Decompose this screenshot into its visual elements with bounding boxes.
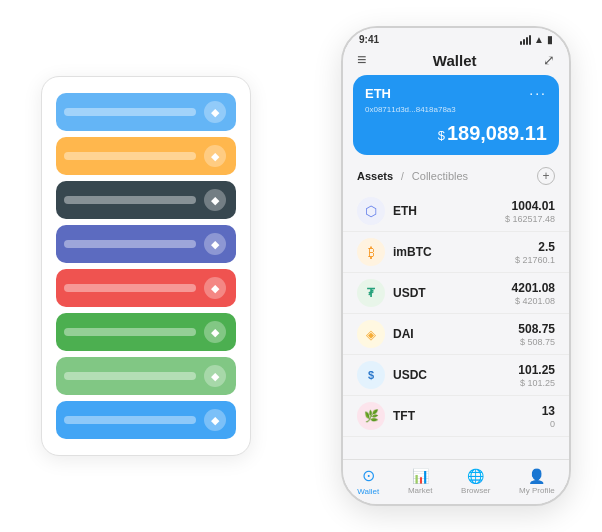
dai-values: 508.75 $ 508.75 <box>518 322 555 347</box>
imbtc-values: 2.5 $ 21760.1 <box>515 240 555 265</box>
eth-card-top: ETH ··· <box>365 85 547 101</box>
card-line <box>64 240 196 248</box>
stack-card-6[interactable]: ◆ <box>56 313 236 351</box>
dai-name: DAI <box>393 327 518 341</box>
card-icon-8: ◆ <box>204 409 226 431</box>
add-asset-button[interactable]: + <box>537 167 555 185</box>
eth-logo: ⬡ <box>357 197 385 225</box>
card-line <box>64 416 196 424</box>
wifi-icon: ▲ <box>534 34 544 45</box>
usdt-values: 4201.08 $ 4201.08 <box>512 281 555 306</box>
eth-values: 1004.01 $ 162517.48 <box>505 199 555 224</box>
eth-symbol: ETH <box>365 86 391 101</box>
phone-header: ≡ Wallet ⤢ <box>343 47 569 75</box>
usdc-name: USDC <box>393 368 518 382</box>
stack-card-4[interactable]: ◆ <box>56 225 236 263</box>
tft-amount: 13 <box>542 404 555 418</box>
tft-name: TFT <box>393 409 542 423</box>
usdc-values: 101.25 $ 101.25 <box>518 363 555 388</box>
list-item[interactable]: 🌿 TFT 13 0 <box>343 396 569 437</box>
imbtc-name: imBTC <box>393 245 515 259</box>
tab-divider: / <box>401 171 404 182</box>
battery-icon: ▮ <box>547 34 553 45</box>
balance-amount: 189,089.11 <box>447 122 547 144</box>
list-item[interactable]: ₿ imBTC 2.5 $ 21760.1 <box>343 232 569 273</box>
card-icon-7: ◆ <box>204 365 226 387</box>
stack-card-3[interactable]: ◆ <box>56 181 236 219</box>
signal-icon <box>520 35 531 45</box>
stack-card-7[interactable]: ◆ <box>56 357 236 395</box>
card-line <box>64 152 196 160</box>
list-item[interactable]: $ USDC 101.25 $ 101.25 <box>343 355 569 396</box>
nav-market[interactable]: 📊 Market <box>408 468 432 495</box>
assets-header: Assets / Collectibles + <box>343 163 569 191</box>
imbtc-usd: $ 21760.1 <box>515 255 555 265</box>
imbtc-amount: 2.5 <box>515 240 555 254</box>
eth-balance: $189,089.11 <box>365 122 547 145</box>
usdt-logo: ₮ <box>357 279 385 307</box>
card-icon-4: ◆ <box>204 233 226 255</box>
menu-icon[interactable]: ≡ <box>357 51 366 69</box>
bottom-nav: ⊙ Wallet 📊 Market 🌐 Browser 👤 My Profile <box>343 459 569 504</box>
card-line <box>64 372 196 380</box>
usdc-usd: $ 101.25 <box>518 378 555 388</box>
status-bar: 9:41 ▲ ▮ <box>343 28 569 47</box>
usdt-name: USDT <box>393 286 512 300</box>
stack-card-5[interactable]: ◆ <box>56 269 236 307</box>
card-stack: ◆ ◆ ◆ ◆ ◆ ◆ ◆ ◆ <box>41 76 251 456</box>
tft-usd: 0 <box>542 419 555 429</box>
card-icon-3: ◆ <box>204 189 226 211</box>
imbtc-logo: ₿ <box>357 238 385 266</box>
profile-nav-label: My Profile <box>519 486 555 495</box>
market-nav-icon: 📊 <box>412 468 429 484</box>
tft-logo: 🌿 <box>357 402 385 430</box>
eth-amount: 1004.01 <box>505 199 555 213</box>
tab-assets[interactable]: Assets <box>357 170 393 182</box>
status-icons: ▲ ▮ <box>520 34 553 45</box>
stack-card-8[interactable]: ◆ <box>56 401 236 439</box>
usdt-usd: $ 4201.08 <box>512 296 555 306</box>
list-item[interactable]: ⬡ ETH 1004.01 $ 162517.48 <box>343 191 569 232</box>
usdc-amount: 101.25 <box>518 363 555 377</box>
asset-list: ⬡ ETH 1004.01 $ 162517.48 ₿ imBTC 2.5 $ … <box>343 191 569 459</box>
dai-usd: $ 508.75 <box>518 337 555 347</box>
eth-name: ETH <box>393 204 505 218</box>
wallet-nav-icon: ⊙ <box>362 466 375 485</box>
status-time: 9:41 <box>359 34 379 45</box>
browser-nav-icon: 🌐 <box>467 468 484 484</box>
assets-tabs: Assets / Collectibles <box>357 170 468 182</box>
expand-icon[interactable]: ⤢ <box>543 52 555 68</box>
card-icon-6: ◆ <box>204 321 226 343</box>
phone-screen: 9:41 ▲ ▮ ≡ Wallet ⤢ <box>343 28 569 504</box>
usdt-amount: 4201.08 <box>512 281 555 295</box>
stack-card-1[interactable]: ◆ <box>56 93 236 131</box>
usdc-logo: $ <box>357 361 385 389</box>
card-line <box>64 108 196 116</box>
nav-wallet[interactable]: ⊙ Wallet <box>357 466 379 496</box>
eth-card[interactable]: ETH ··· 0x08711d3d...8418a78a3 $189,089.… <box>353 75 559 155</box>
card-line <box>64 328 196 336</box>
dollar-sign: $ <box>438 128 445 143</box>
card-icon-2: ◆ <box>204 145 226 167</box>
browser-nav-label: Browser <box>461 486 490 495</box>
dai-amount: 508.75 <box>518 322 555 336</box>
phone-mockup: 9:41 ▲ ▮ ≡ Wallet ⤢ <box>341 26 571 506</box>
stack-card-2[interactable]: ◆ <box>56 137 236 175</box>
card-line <box>64 284 196 292</box>
nav-browser[interactable]: 🌐 Browser <box>461 468 490 495</box>
page-title: Wallet <box>433 52 477 69</box>
card-line <box>64 196 196 204</box>
list-item[interactable]: ₮ USDT 4201.08 $ 4201.08 <box>343 273 569 314</box>
eth-usd: $ 162517.48 <box>505 214 555 224</box>
wallet-nav-label: Wallet <box>357 487 379 496</box>
tab-collectibles[interactable]: Collectibles <box>412 170 468 182</box>
card-icon-5: ◆ <box>204 277 226 299</box>
scene: ◆ ◆ ◆ ◆ ◆ ◆ ◆ ◆ <box>21 16 581 516</box>
eth-address: 0x08711d3d...8418a78a3 <box>365 105 547 114</box>
card-icon-1: ◆ <box>204 101 226 123</box>
nav-profile[interactable]: 👤 My Profile <box>519 468 555 495</box>
list-item[interactable]: ◈ DAI 508.75 $ 508.75 <box>343 314 569 355</box>
dai-logo: ◈ <box>357 320 385 348</box>
eth-card-menu[interactable]: ··· <box>529 85 547 101</box>
market-nav-label: Market <box>408 486 432 495</box>
